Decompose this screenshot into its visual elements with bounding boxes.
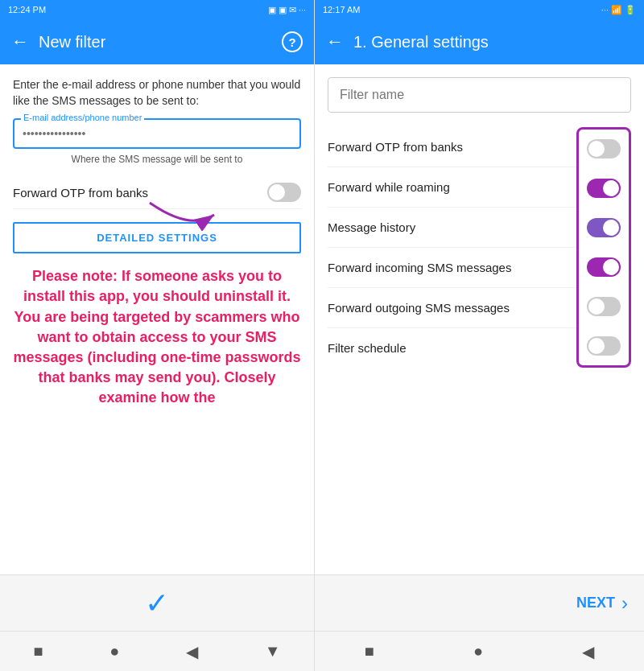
setting-row-2: Message history — [328, 208, 576, 248]
right-page-title: 1. General settings — [353, 33, 633, 51]
toggle-2[interactable] — [587, 218, 621, 237]
forward-otp-label: Forward OTP from banks — [13, 186, 148, 200]
toggle-0[interactable] — [587, 139, 621, 158]
toggles-highlighted-col — [576, 127, 631, 368]
right-nav-bar: ■ ● ◀ — [315, 631, 644, 671]
setting-row-1: Forward while roaming — [328, 167, 576, 208]
right-content: Forward OTP from banks Forward while roa… — [315, 64, 644, 574]
nav-square-button[interactable]: ■ — [33, 642, 43, 661]
right-time: 12:17 AM — [323, 5, 360, 14]
left-nav-bar: ■ ● ◀ ▼ — [0, 631, 314, 671]
setting-label-1: Forward while roaming — [328, 180, 450, 194]
description-text: Enter the e-mail address or phone number… — [13, 77, 301, 109]
setting-label-2: Message history — [328, 220, 415, 234]
filter-name-input[interactable] — [328, 77, 631, 113]
left-panel: 12:24 PM ▣ ▣ ✉ ··· ← New filter ? Enter … — [0, 0, 314, 671]
nav-circle-button[interactable]: ● — [109, 642, 119, 661]
help-icon-button[interactable]: ? — [282, 31, 303, 52]
nav-download-button[interactable]: ▼ — [265, 642, 281, 661]
toggle-3[interactable] — [587, 257, 621, 277]
helper-text: Where the SMS message will be sent to — [13, 154, 301, 165]
left-top-bar: ← New filter ? — [0, 19, 314, 64]
right-top-bar: ← 1. General settings — [315, 19, 644, 64]
setting-row-5: Filter schedule — [328, 328, 576, 368]
right-nav-square-button[interactable]: ■ — [365, 642, 374, 661]
email-phone-input-group: E-mail address/phone number — [13, 118, 301, 149]
confirm-check-icon[interactable]: ✓ — [145, 587, 169, 620]
settings-labels-col: Forward OTP from banks Forward while roa… — [328, 127, 576, 368]
settings-and-toggles: Forward OTP from banks Forward while roa… — [328, 127, 631, 368]
right-status-bar: 12:17 AM ··· 📶 🔋 — [315, 0, 644, 19]
setting-label-5: Filter schedule — [328, 341, 407, 355]
forward-otp-toggle[interactable] — [267, 183, 301, 202]
nav-back-button[interactable]: ◀ — [186, 642, 198, 661]
left-time: 12:24 PM — [8, 5, 46, 14]
setting-label-4: Forward outgoing SMS messages — [328, 301, 510, 315]
next-chevron-icon[interactable]: › — [621, 592, 628, 615]
setting-row-4: Forward outgoing SMS messages — [328, 288, 576, 328]
toggle-1[interactable] — [587, 179, 621, 198]
left-content: Enter the e-mail address or phone number… — [0, 64, 314, 574]
warning-text: Please note: If someone asks you to inst… — [13, 266, 301, 408]
right-back-button[interactable]: ← — [326, 31, 344, 52]
toggle-5[interactable] — [587, 336, 621, 356]
setting-label-0: Forward OTP from banks — [328, 140, 463, 154]
setting-label-3: Forward incoming SMS messages — [328, 261, 511, 274]
right-bottom-bar: NEXT › — [315, 574, 644, 631]
left-status-bar: 12:24 PM ▣ ▣ ✉ ··· — [0, 0, 314, 19]
setting-row-3: Forward incoming SMS messages — [328, 248, 576, 288]
right-status-icons: ··· 📶 🔋 — [601, 5, 636, 15]
left-bottom-bar: ✓ — [0, 574, 314, 631]
toggle-4[interactable] — [587, 297, 621, 316]
left-status-icons: ▣ ▣ ✉ ··· — [268, 5, 306, 15]
setting-row-0: Forward OTP from banks — [328, 127, 576, 167]
input-label: E-mail address/phone number — [21, 113, 144, 122]
arrow-indicator — [142, 195, 222, 235]
right-panel: 12:17 AM ··· 📶 🔋 ← 1. General settings F… — [314, 0, 644, 671]
right-nav-back-button[interactable]: ◀ — [582, 642, 594, 661]
right-nav-circle-button[interactable]: ● — [473, 642, 483, 661]
next-button-label[interactable]: NEXT — [576, 595, 615, 611]
email-phone-input[interactable] — [23, 127, 291, 140]
left-page-title: New filter — [39, 33, 272, 51]
left-back-button[interactable]: ← — [11, 31, 29, 52]
